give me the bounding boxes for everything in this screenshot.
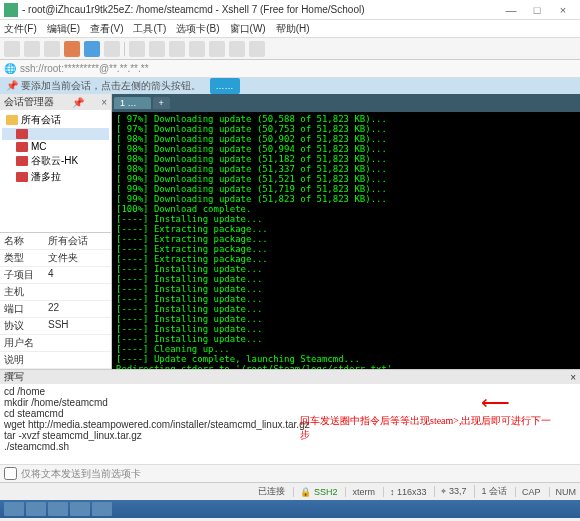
terminal-output[interactable]: [ 97%] Downloading update (50,588 of 51,… [112, 112, 580, 369]
taskbar-item[interactable] [26, 502, 46, 516]
terminal-panel: 1 …+ [ 97%] Downloading update (50,588 o… [112, 94, 580, 369]
toolbar-button[interactable] [249, 41, 265, 57]
toolbar-button[interactable] [209, 41, 225, 57]
toolbar-button[interactable] [4, 41, 20, 57]
sidebar-title: 会话管理器 [4, 95, 54, 109]
prop-value: 4 [44, 267, 111, 283]
checkbox-label: 仅将文本发送到当前选项卡 [21, 467, 141, 481]
folder-icon [6, 115, 18, 125]
terminal-tab[interactable]: 1 … [114, 97, 151, 109]
taskbar-item[interactable] [70, 502, 90, 516]
maximize-button[interactable]: □ [524, 1, 550, 19]
arrow-annotation: ⟵ [481, 390, 510, 414]
ssh-icon [16, 142, 28, 152]
annotation-text: 回车发送圈中指令后等等出现steam>,出现后即可进行下一步 [300, 414, 560, 442]
session-manager: 会话管理器 📌 × 所有会话MC谷歌云-HK潘多拉 名称所有会话类型文件夹子项目… [0, 94, 112, 369]
tree-label: MC [31, 141, 47, 152]
toolbar-button[interactable] [189, 41, 205, 57]
prop-value [44, 284, 111, 300]
menu-item[interactable]: 工具(T) [133, 22, 166, 36]
property-row: 名称所有会话 [0, 233, 111, 250]
property-row: 子项目4 [0, 267, 111, 284]
address-text: ssh://root:*********@**.**.**.** [20, 63, 149, 74]
pin-icon[interactable]: 📌 [72, 97, 84, 108]
taskbar-item[interactable] [4, 502, 24, 516]
separator [124, 42, 125, 56]
globe-icon: 🌐 [4, 63, 16, 74]
compose-header: 撰写 × [0, 370, 580, 384]
property-row: 协议SSH [0, 318, 111, 335]
status-pos: ⌖ 33,7 [434, 486, 466, 497]
toolbar-button[interactable] [84, 41, 100, 57]
status-num: NUM [549, 487, 577, 497]
status-sessions: 1 会话 [474, 485, 507, 498]
menu-item[interactable]: 文件(F) [4, 22, 37, 36]
tree-node[interactable]: MC [2, 140, 109, 153]
status-term: xterm [345, 487, 375, 497]
toolbar-button[interactable] [104, 41, 120, 57]
prop-key: 说明 [0, 352, 44, 368]
toolbar [0, 38, 580, 60]
new-tab-button[interactable]: + [153, 97, 170, 109]
toolbar-button[interactable] [129, 41, 145, 57]
taskbar-item[interactable] [92, 502, 112, 516]
prop-value: 文件夹 [44, 250, 111, 266]
toolbar-button[interactable] [229, 41, 245, 57]
tree-node[interactable]: 所有会话 [2, 112, 109, 128]
tree-label: 潘多拉 [31, 170, 61, 184]
property-row: 主机 [0, 284, 111, 301]
ssh-icon [16, 156, 28, 166]
prop-key: 协议 [0, 318, 44, 334]
tree-label: 谷歌云-HK [31, 154, 78, 168]
status-connection: 已连接 [258, 485, 285, 498]
status-bar: 已连接 🔒 SSH2 xterm ↕ 116x33 ⌖ 33,7 1 会话 CA… [0, 482, 580, 500]
tree-label: 所有会话 [21, 113, 61, 127]
tree-node[interactable]: 谷歌云-HK [2, 153, 109, 169]
toolbar-button[interactable] [169, 41, 185, 57]
properties-panel: 名称所有会话类型文件夹子项目4主机端口22协议SSH用户名说明 [0, 232, 111, 369]
prop-key: 用户名 [0, 335, 44, 351]
toolbar-button[interactable] [24, 41, 40, 57]
notice-bar: 📌 要添加当前会话，点击左侧的箭头按钮。 …… [0, 78, 580, 94]
compose-title: 撰写 [4, 370, 24, 384]
prop-value: SSH [44, 318, 111, 334]
status-cap: CAP [515, 487, 541, 497]
toolbar-button[interactable] [64, 41, 80, 57]
send-current-tab-checkbox[interactable] [4, 467, 17, 480]
close-button[interactable]: × [550, 1, 576, 19]
tab-bar: 1 …+ [112, 94, 580, 112]
toolbar-button[interactable] [44, 41, 60, 57]
titlebar: - root@iZhcau1r9tk25eZ: /home/steamcmd -… [0, 0, 580, 20]
compose-options: 仅将文本发送到当前选项卡 [0, 464, 580, 482]
menu-item[interactable]: 选项卡(B) [176, 22, 219, 36]
taskbar-item[interactable] [48, 502, 68, 516]
prop-key: 名称 [0, 233, 44, 249]
menu-item[interactable]: 查看(V) [90, 22, 123, 36]
main-area: 会话管理器 📌 × 所有会话MC谷歌云-HK潘多拉 名称所有会话类型文件夹子项目… [0, 94, 580, 369]
menu-item[interactable]: 编辑(E) [47, 22, 80, 36]
os-taskbar [0, 500, 580, 518]
property-row: 类型文件夹 [0, 250, 111, 267]
window-title: - root@iZhcau1r9tk25eZ: /home/steamcmd -… [22, 4, 498, 15]
session-tree: 所有会话MC谷歌云-HK潘多拉 [0, 110, 111, 232]
prop-key: 端口 [0, 301, 44, 317]
close-icon[interactable]: × [101, 97, 107, 108]
menu-item[interactable]: 窗口(W) [230, 22, 266, 36]
close-icon[interactable]: × [570, 372, 576, 383]
notice-button[interactable]: …… [210, 78, 240, 94]
address-bar[interactable]: 🌐 ssh://root:*********@**.**.**.** [0, 60, 580, 78]
menu-item[interactable]: 帮助(H) [276, 22, 310, 36]
property-row: 说明 [0, 352, 111, 369]
tree-node[interactable]: 潘多拉 [2, 169, 109, 185]
ssh-icon [16, 129, 28, 139]
toolbar-button[interactable] [149, 41, 165, 57]
status-size: ↕ 116x33 [383, 487, 427, 497]
tree-node[interactable] [2, 128, 109, 140]
sidebar-header: 会话管理器 📌 × [0, 94, 111, 110]
prop-key: 子项目 [0, 267, 44, 283]
prop-value: 22 [44, 301, 111, 317]
menubar: 文件(F)编辑(E)查看(V)工具(T)选项卡(B)窗口(W)帮助(H) [0, 20, 580, 38]
minimize-button[interactable]: — [498, 1, 524, 19]
compose-body[interactable]: cd /homemkdir /home/steamcmdcd steamcmdw… [0, 384, 580, 464]
property-row: 端口22 [0, 301, 111, 318]
